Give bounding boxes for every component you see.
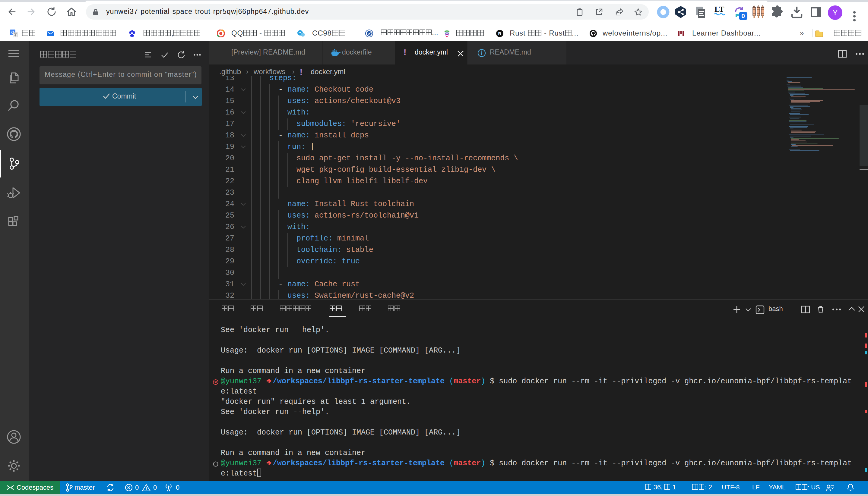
svg-text:Y: Y bbox=[833, 8, 838, 17]
svg-text:R: R bbox=[498, 31, 502, 36]
svg-text:0: 0 bbox=[741, 12, 745, 19]
svg-text:LT: LT bbox=[715, 5, 724, 14]
